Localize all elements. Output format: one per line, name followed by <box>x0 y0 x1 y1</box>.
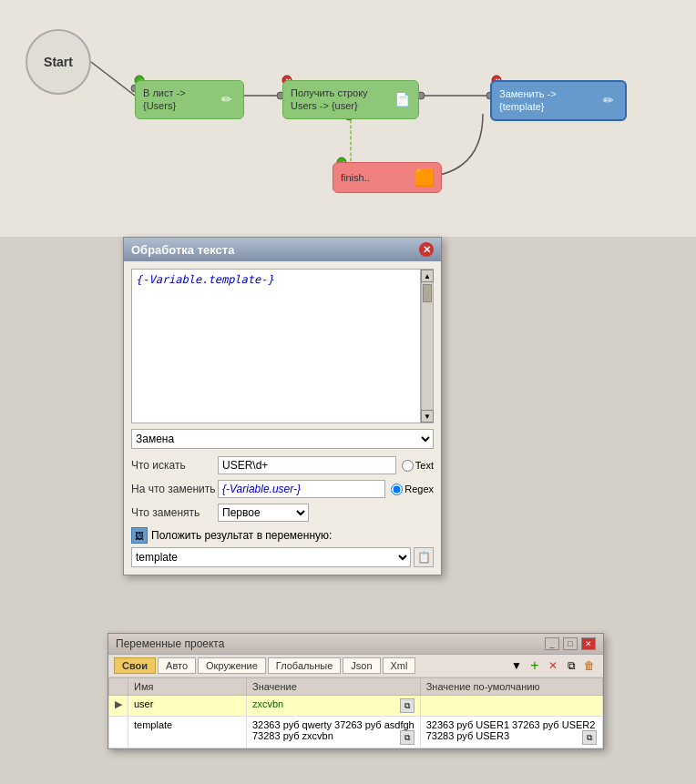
variables-table: Имя Значение Значение по-умолчанию ▶ use… <box>108 677 603 748</box>
duplicate-icon[interactable]: ⧉ <box>563 657 579 674</box>
scroll-down-arrow[interactable]: ▼ <box>421 410 434 423</box>
dialog-form: Что искать Text На что заменить Regex <box>131 456 434 522</box>
replace-row: На что заменить Regex <box>131 480 434 498</box>
var-selector-row: template 📋 <box>131 547 434 567</box>
node4-icon: 🟧 <box>415 168 434 187</box>
node2-icon: 📄 <box>393 90 411 108</box>
regex-radio-row: Regex <box>391 484 434 495</box>
var-value-template: 32363 руб qwerty 37263 руб asdfgh 73283 … <box>247 717 421 748</box>
var-panel-title: Переменные проекта <box>116 637 224 650</box>
col-default: Значение по-умолчанию <box>420 678 602 696</box>
var-panel-window-controls: _ □ ✕ <box>545 637 596 650</box>
table-row: ▶ user zxcvbn ⧉ <box>109 696 603 717</box>
close-panel-button[interactable]: ✕ <box>581 637 596 650</box>
dialog-title: Обработка текста <box>131 243 234 257</box>
save-icon: 🖼 <box>131 527 148 544</box>
flow-node-3[interactable]: Заменить -> {template} ✏ <box>490 80 627 121</box>
svg-line-0 <box>91 62 135 96</box>
scroll-up-arrow[interactable]: ▲ <box>421 270 434 282</box>
regex-radio[interactable] <box>391 484 403 495</box>
clear-icon[interactable]: 🗑 <box>581 657 598 674</box>
copy-template-default-button[interactable]: ⧉ <box>582 730 597 745</box>
filter-icon[interactable]: ▼ <box>508 657 525 674</box>
maximize-button[interactable]: □ <box>563 637 578 650</box>
save-label: Положить результат в переменную: <box>151 529 332 542</box>
col-name: Имя <box>128 678 247 696</box>
var-value-user: zxcvbn ⧉ <box>247 696 421 717</box>
replace-which-select[interactable]: Первое <box>218 504 309 522</box>
vertical-scrollbar[interactable]: ▲ ▼ <box>421 269 434 423</box>
node3-text: Заменить -> {template} <box>499 87 596 114</box>
text-radio-label: Text <box>415 460 434 471</box>
replace-mode-select[interactable]: Замена <box>131 429 434 449</box>
tab-json[interactable]: Json <box>343 657 380 674</box>
replace-label: На что заменить <box>131 483 218 495</box>
row-expand-user[interactable]: ▶ <box>109 696 128 717</box>
scroll-thumb[interactable] <box>423 284 432 302</box>
node2-text: Получить строку Users -> {user} <box>291 87 389 113</box>
col-expand <box>109 678 128 696</box>
replace-mode-row: Замена <box>131 429 434 449</box>
node1-icon: ✏ <box>218 90 236 108</box>
dialog-titlebar: Обработка текста ✕ <box>124 238 441 261</box>
search-label: Что искать <box>131 459 218 472</box>
tab-globalnye[interactable]: Глобальные <box>268 657 341 674</box>
replace-which-label: Что заменять <box>131 506 218 519</box>
row-expand-template[interactable] <box>109 717 128 748</box>
tab-okruzhenie[interactable]: Окружение <box>198 657 266 674</box>
table-row: template 32363 руб qwerty 37263 руб asdf… <box>109 717 603 748</box>
copy-template-button[interactable]: ⧉ <box>400 730 415 745</box>
flow-diagram: ✕ ✓ ✓ ✕ Start В лист -> {Users} ✏ Получи… <box>0 0 696 237</box>
table-header-row: Имя Значение Значение по-умолчанию <box>109 678 603 696</box>
textarea-wrapper: <span class="template-var">{-Variable.te… <box>131 269 434 423</box>
tab-avto[interactable]: Авто <box>158 657 196 674</box>
tab-svoi[interactable]: Свои <box>114 657 156 674</box>
replace-input[interactable] <box>218 480 385 498</box>
start-node: Start <box>26 29 91 95</box>
flow-node-2[interactable]: Получить строку Users -> {user} 📄 <box>282 80 419 119</box>
start-label: Start <box>44 55 73 69</box>
var-name-user: user <box>128 696 247 717</box>
regex-radio-group: Regex <box>391 484 434 495</box>
flow-node-1[interactable]: В лист -> {Users} ✏ <box>135 80 244 119</box>
search-input[interactable] <box>218 456 396 474</box>
text-radio[interactable] <box>402 460 414 472</box>
add-icon[interactable]: + <box>527 657 543 674</box>
dialog-close-button[interactable]: ✕ <box>419 242 434 257</box>
text-radio-row: Text <box>402 460 434 472</box>
var-default-user <box>420 696 602 717</box>
text-processing-dialog: Обработка текста ✕ <span class="template… <box>123 237 442 575</box>
minimize-button[interactable]: _ <box>545 637 559 650</box>
regex-radio-label: Regex <box>404 484 434 494</box>
var-select[interactable]: template <box>131 547 411 567</box>
radio-group: Text <box>402 460 434 472</box>
search-row: Что искать Text <box>131 456 434 474</box>
copy-user-button[interactable]: ⧉ <box>400 698 415 713</box>
template-textarea[interactable]: <span class="template-var">{-Variable.te… <box>131 269 421 423</box>
node4-text: finish.. <box>341 171 412 184</box>
var-copy-button[interactable]: 📋 <box>414 547 434 567</box>
delete-icon[interactable]: ✕ <box>545 657 561 674</box>
var-default-template: 32363 руб USER1 37263 руб USER2 73283 ру… <box>420 717 602 748</box>
variables-panel: Переменные проекта _ □ ✕ Свои Авто Окруж… <box>107 633 604 749</box>
replace-which-row: Что заменять Первое <box>131 504 434 522</box>
var-panel-toolbar: Свои Авто Окружение Глобальные Json Xml … <box>108 655 603 677</box>
node1-text: В лист -> {Users} <box>143 87 214 113</box>
tab-xml[interactable]: Xml <box>383 657 416 674</box>
col-value: Значение <box>247 678 421 696</box>
node3-icon: ✏ <box>599 91 618 109</box>
var-panel-titlebar: Переменные проекта _ □ ✕ <box>108 634 603 655</box>
save-to-var-row: 🖼 Положить результат в переменную: <box>131 527 434 544</box>
flow-node-4[interactable]: finish.. 🟧 <box>333 162 442 193</box>
var-name-template: template <box>128 717 247 748</box>
dialog-body: <span class="template-var">{-Variable.te… <box>124 261 441 575</box>
